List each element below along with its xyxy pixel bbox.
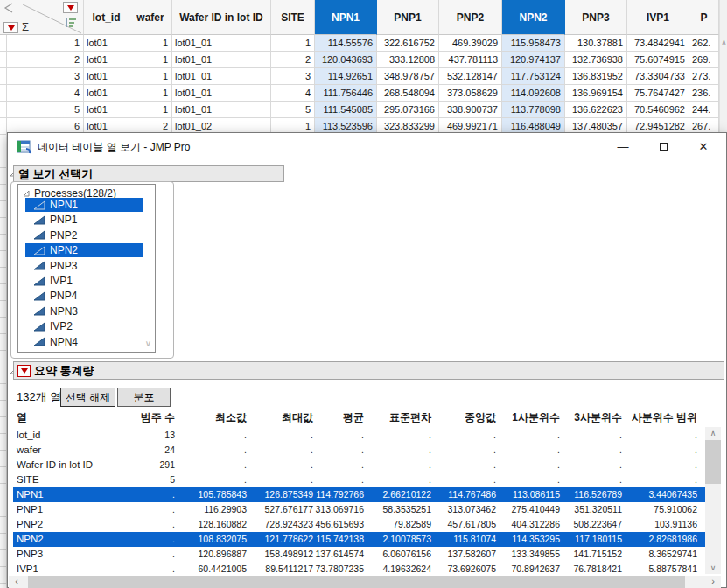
scrollbar-thumb[interactable] [28, 576, 685, 588]
expand-triangle-icon[interactable] [22, 189, 31, 198]
summary-row-PNP2[interactable]: PNP2.128.160882728.924323456.61569379.82… [13, 517, 705, 532]
table-cell[interactable]: 111.545085 [315, 102, 377, 118]
summary-panel-header[interactable]: 요약 통계량 [13, 361, 724, 380]
tree-item-PNP2[interactable]: PNP2 [25, 228, 143, 242]
table-cell[interactable]: 111.756446 [315, 85, 377, 102]
row-state-cell[interactable] [0, 35, 7, 52]
table-cell[interactable]: 273. [689, 68, 719, 85]
table-cell[interactable]: 136.831952 [565, 68, 627, 85]
table-cell[interactable]: 1 [129, 85, 172, 102]
table-cell[interactable]: 75.6074915 [627, 52, 689, 68]
summary-header-2[interactable]: 최소값 [176, 409, 248, 426]
table-cell[interactable]: 322.616752 [377, 35, 439, 52]
column-header-SITE[interactable]: SITE [271, 0, 315, 35]
table-cell[interactable]: 333.12808 [377, 52, 439, 68]
column-tree-listbox[interactable]: Processes(128/2) NPN1PNP1PNP2NPN2PNP3IVP… [17, 184, 156, 353]
table-cell[interactable]: 136.969154 [565, 85, 627, 102]
summary-red-triangle-menu-button[interactable] [17, 365, 31, 377]
table-cell[interactable]: 117.753124 [502, 68, 565, 85]
table-cell[interactable]: 295.073166 [377, 102, 439, 118]
table-cell[interactable]: 5 [271, 102, 315, 118]
table-cell[interactable]: lot01 [84, 52, 129, 68]
distribution-button[interactable]: 분포 [117, 388, 171, 407]
table-cell[interactable]: 136.622623 [565, 102, 627, 118]
tree-item-NPN1[interactable]: NPN1 [25, 198, 143, 212]
column-filter-icon[interactable] [65, 16, 77, 32]
table-cell[interactable]: 1 [129, 52, 172, 68]
table-cell[interactable]: 75.7647427 [627, 85, 689, 102]
table-cell[interactable]: 70.5460962 [627, 102, 689, 118]
row-state-cell[interactable] [0, 52, 7, 68]
tree-item-PNP1[interactable]: PNP1 [25, 213, 143, 227]
tree-scroll-down-icon[interactable]: ∨ [145, 339, 151, 348]
summary-header-1[interactable]: 범주 수 [118, 409, 176, 426]
table-cell[interactable]: 269. [689, 52, 719, 68]
table-cell[interactable]: 338.900737 [439, 102, 502, 118]
table-cell[interactable]: 469.39029 [439, 35, 502, 52]
column-selector-panel-header[interactable]: 열 보기 선택기 [13, 165, 284, 182]
column-header-PNP1[interactable]: PNP1 [377, 0, 439, 35]
summary-header-8[interactable]: 3사분위수 [561, 409, 623, 426]
maximize-button[interactable] [647, 135, 680, 158]
column-header-PNP2[interactable]: PNP2 [439, 0, 502, 35]
table-cell[interactable]: 348.978757 [377, 68, 439, 85]
table-cell[interactable]: lot01_01 [172, 35, 271, 52]
summary-row-Wafer ID in lot ID[interactable]: Wafer ID in lot ID291........ [13, 458, 705, 472]
table-cell[interactable]: lot01 [84, 68, 129, 85]
column-header-P[interactable]: P [689, 0, 719, 35]
table-cell[interactable]: 2 [271, 52, 315, 68]
column-header-NPN2[interactable]: NPN2 [502, 0, 565, 35]
row-number[interactable]: 3 [7, 68, 84, 85]
table-cell[interactable]: lot01_01 [172, 68, 271, 85]
scrollbar-thumb[interactable] [705, 440, 721, 484]
summary-row-wafer[interactable]: wafer24........ [13, 443, 705, 458]
summary-header-0[interactable]: 열 [13, 409, 118, 426]
scroll-down-icon[interactable]: ∨ [705, 564, 721, 572]
tree-item-NPN3[interactable]: NPN3 [25, 304, 143, 318]
table-cell[interactable]: 244. [689, 102, 719, 118]
row-number[interactable]: 4 [7, 85, 84, 102]
table-cell[interactable]: 268.548094 [377, 85, 439, 102]
summary-vertical-scrollbar[interactable]: ∧ ∨ [705, 427, 721, 574]
row-number[interactable]: 2 [7, 52, 84, 68]
table-cell[interactable]: 373.058629 [439, 85, 502, 102]
tree-item-IVP1[interactable]: IVP1 [25, 274, 143, 288]
deselect-button[interactable]: 선택 해제 [60, 388, 115, 407]
column-header-NPN1[interactable]: NPN1 [315, 0, 377, 35]
table-cell[interactable]: 114.92651 [315, 68, 377, 85]
tree-item-PNP4[interactable]: PNP4 [25, 289, 143, 303]
scroll-left-icon[interactable]: ‹ [9, 576, 24, 588]
scroll-right-icon[interactable]: › [705, 576, 721, 588]
table-cell[interactable]: 114.092608 [502, 85, 565, 102]
table-cell[interactable]: 73.3304733 [627, 68, 689, 85]
table-cell[interactable]: 437.781113 [439, 52, 502, 68]
table-cell[interactable]: 1 [129, 68, 172, 85]
row-state-cell[interactable] [0, 118, 7, 135]
summary-row-NPN1[interactable]: NPN1.105.785843126.875349114.7927662.662… [13, 487, 705, 502]
column-header-wafer[interactable]: wafer [129, 0, 172, 35]
table-red-triangle-menu-button[interactable] [63, 2, 78, 13]
table-cell[interactable]: lot01 [84, 35, 129, 52]
table-cell[interactable]: 262. [689, 35, 719, 52]
column-header-Wafer ID in lot ID[interactable]: Wafer ID in lot ID [172, 0, 271, 35]
summary-row-lot_id[interactable]: lot_id13........ [13, 428, 705, 443]
tree-item-NPN4[interactable]: NPN4 [25, 335, 143, 349]
tree-item-PNP3[interactable]: PNP3 [25, 259, 143, 273]
table-cell[interactable]: 236. [689, 85, 719, 102]
scroll-up-icon[interactable]: ∧ [720, 38, 727, 46]
scroll-up-icon[interactable]: ∧ [705, 429, 721, 438]
table-cell[interactable]: lot01_01 [172, 52, 271, 68]
summary-row-PNP1[interactable]: PNP1.116.29903527.676177313.06971658.353… [13, 502, 705, 517]
minimize-button[interactable]: — [606, 135, 640, 158]
dialog-horizontal-scrollbar[interactable]: ‹ › [9, 576, 721, 588]
tree-item-IVP2[interactable]: IVP2 [25, 319, 143, 333]
table-cell[interactable]: 114.55576 [315, 35, 377, 52]
sigma-icon[interactable]: Σ [22, 20, 29, 33]
summary-row-IVP1[interactable]: IVP1.60.442100589.541121773.78072354.196… [13, 562, 705, 577]
tree-item-NPN2[interactable]: NPN2 [25, 243, 143, 257]
table-cell[interactable]: 120.043693 [315, 52, 377, 68]
table-cell[interactable]: 120.974137 [502, 52, 565, 68]
table-cell[interactable]: lot01 [84, 102, 129, 118]
table-cell[interactable]: 1 [271, 35, 315, 52]
table-cell[interactable]: 532.128147 [439, 68, 502, 85]
